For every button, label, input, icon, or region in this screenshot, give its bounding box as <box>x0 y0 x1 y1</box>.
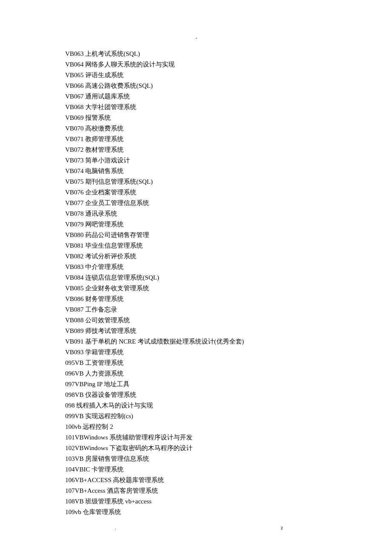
list-item: 096VB 人力资源系统 <box>65 368 329 379</box>
list-item: VB066 高速公路收费系统(SQL) <box>65 81 329 91</box>
list-item: VB085 企业财务收支管理系统 <box>65 283 329 294</box>
list-item: 098VB 仪器设备管理系统 <box>65 390 329 400</box>
list-item: 104VBIC 卡管理系统 <box>65 464 329 475</box>
footer-left-mark: . <box>115 525 116 531</box>
list-item: VB075 期刊信息管理系统(SQL) <box>65 176 329 187</box>
list-item: VB071 教师管理系统 <box>65 134 329 145</box>
list-item: 098 线程插入木马的设计与实现 <box>65 400 329 411</box>
list-item: 095VB 工资管理系统 <box>65 358 329 368</box>
list-item: VB070 高校缴费系统 <box>65 123 329 134</box>
list-item: VB077 企业员工管理信息系统 <box>65 198 329 208</box>
footer-right-mark: z <box>281 525 283 531</box>
list-item: VB068 大学社团管理系统 <box>65 102 329 113</box>
list-item: VB073 简单小游戏设计 <box>65 155 329 166</box>
list-item: VB063 上机考试系统(SQL) <box>65 49 329 59</box>
list-item: 100vb 远程控制 2 <box>65 422 329 432</box>
list-item: VB078 通讯录系统 <box>65 208 329 219</box>
list-item: 097VBPing IP 地址工具 <box>65 379 329 390</box>
list-item: VB081 毕业生信息管理系统 <box>65 240 329 251</box>
list-item: VB086 财务管理系统 <box>65 294 329 304</box>
list-item: 102VBWindows 下盗取密码的木马程序的设计 <box>65 443 329 454</box>
list-item: VB087 工作备忘录 <box>65 304 329 315</box>
list-item: VB064 网络多人聊天系统的设计与实现 <box>65 59 329 70</box>
header-mark: - <box>196 35 197 41</box>
list-item: 099VB 实现远程控制(cs) <box>65 411 329 422</box>
list-item: VB082 考试分析评价系统 <box>65 251 329 262</box>
list-item: VB065 评语生成系统 <box>65 70 329 81</box>
list-item: VB084 连锁店信息管理系统(SQL) <box>65 272 329 283</box>
list-item: VB076 企业档案管理系统 <box>65 187 329 198</box>
list-item: VB074 电脑销售系统 <box>65 166 329 176</box>
list-item: VB083 中介管理系统 <box>65 262 329 272</box>
document-list: VB063 上机考试系统(SQL) VB064 网络多人聊天系统的设计与实现 V… <box>65 49 329 517</box>
list-item: 101VBWindows 系统辅助管理程序设计与开发 <box>65 432 329 443</box>
list-item: VB093 学籍管理系统 <box>65 347 329 358</box>
list-item: VB089 师技考试管理系统 <box>65 326 329 336</box>
list-item: VB088 公司效管理系统 <box>65 315 329 326</box>
list-item: 109vb 仓库管理系统 <box>65 507 329 517</box>
list-item: 107VB+Access 酒店客房管理系统 <box>65 486 329 496</box>
list-item: VB079 网吧管理系统 <box>65 219 329 230</box>
list-item: VB069 报警系统 <box>65 113 329 123</box>
list-item: 108VB 班级管理系统 vb+access <box>65 496 329 507</box>
list-item: VB067 通用试题库系统 <box>65 91 329 102</box>
list-item: VB091 基于单机的 NCRE 考试成绩数据处理系统设计(优秀全套) <box>65 336 329 347</box>
list-item: 106VB+ACCESS 高校题库管理系统 <box>65 475 329 486</box>
list-item: VB072 教材管理系统 <box>65 145 329 155</box>
list-item: 103VB 房屋销售管理信息系统 <box>65 454 329 464</box>
list-item: VB080 药品公司进销售存管理 <box>65 230 329 240</box>
